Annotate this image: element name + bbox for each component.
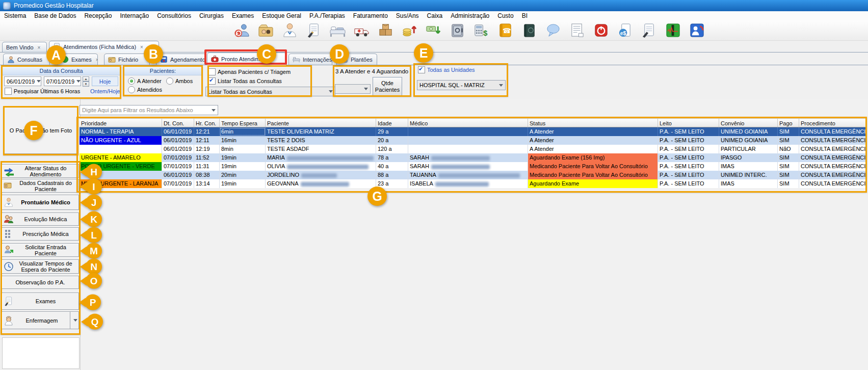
- count-dropdown[interactable]: [335, 84, 371, 94]
- date-to-input[interactable]: 07/01/2019: [44, 76, 81, 86]
- close-tab-icon[interactable]: ×: [140, 44, 143, 50]
- date-spinner[interactable]: ▲▼: [83, 76, 89, 86]
- column-header-prioridade[interactable]: Prioridade: [80, 118, 162, 127]
- menu-item-consult-rios[interactable]: Consultórios: [153, 12, 195, 19]
- table-row[interactable]: 06/01/201912:198minTESTE ASDADF120 aA At…: [80, 145, 866, 153]
- e-invoice-icon[interactable]: e$: [617, 22, 634, 39]
- revenue-up-icon[interactable]: [401, 22, 418, 39]
- close-tab-icon[interactable]: ×: [377, 57, 377, 63]
- ambulance-icon[interactable]: [353, 22, 370, 39]
- yesterday-today-link[interactable]: Ontem/Hoje: [90, 88, 120, 94]
- phone-directory-icon[interactable]: ☎: [497, 22, 514, 39]
- column-header-m-dico[interactable]: Médico: [408, 118, 528, 127]
- column-header-paciente[interactable]: Paciente: [266, 118, 376, 127]
- column-header-conv-nio[interactable]: Convênio: [719, 118, 778, 127]
- table-row[interactable]: 06/01/201908:3820minJORDELINO88 aTAUANNA…: [80, 171, 866, 179]
- sidebar-button-alterar-status-do-atendimento[interactable]: Alterar Status do Atendimento: [2, 164, 79, 178]
- tab-bem-vindo[interactable]: Bem Vindo×: [2, 42, 47, 52]
- menu-item-administra-o[interactable]: Administração: [446, 12, 493, 19]
- checkbox-box[interactable]: [208, 68, 216, 75]
- close-tab-icon[interactable]: ×: [38, 45, 41, 50]
- checkbox-box[interactable]: [418, 66, 425, 73]
- prescription-icon[interactable]: [641, 22, 657, 39]
- sidebar-button-dados-cadastrais-do-paciente[interactable]: Dados Cadastrais do Paciente: [2, 179, 79, 193]
- report-icon[interactable]: [569, 22, 586, 39]
- expense-down-icon[interactable]: [425, 22, 442, 39]
- qty-patients-button[interactable]: Qtde Pacientes: [373, 77, 402, 96]
- table-row[interactable]: NORMAL - TERAPIA06/01/201912:216minTESTE…: [80, 127, 866, 136]
- doctor-icon[interactable]: [281, 22, 298, 39]
- call-patient-icon[interactable]: [689, 22, 705, 39]
- radio-dot[interactable]: [128, 77, 135, 85]
- refresh-patient-icon[interactable]: [233, 22, 250, 39]
- billing-calculator-icon[interactable]: $: [473, 22, 490, 39]
- menu-item-exames[interactable]: Exames: [228, 12, 258, 19]
- menu-item-cirurgias[interactable]: Cirurgias: [195, 12, 228, 19]
- power-icon[interactable]: [593, 22, 610, 39]
- today-button[interactable]: Hoje: [92, 76, 118, 86]
- spinner-down-icon[interactable]: ▼: [83, 82, 89, 87]
- spinner-up-icon[interactable]: ▲: [83, 76, 89, 82]
- column-header-procedimento[interactable]: Procedimento: [799, 118, 866, 127]
- sidebar-button-visualizar-tempos-de-espera-do-paciente[interactable]: Visualizar Tempos de Espera do Paciente: [2, 259, 79, 274]
- search-last-6h-checkbox[interactable]: Pesquisar Últimas 6 Horas: [5, 88, 80, 95]
- sidebar-button-enfermagem[interactable]: Enfermagem: [2, 311, 79, 329]
- patients-folder-icon[interactable]: [257, 22, 274, 39]
- radio-a-atender[interactable]: A Atender: [128, 77, 162, 85]
- menu-item-bi[interactable]: BI: [518, 12, 532, 19]
- list-all-consultations-checkbox[interactable]: Listar Todas as Consultas: [208, 77, 282, 85]
- sidebar-button-prontu-rio-m-dico[interactable]: Prontuário Médico: [2, 195, 79, 210]
- sidebar-button-solicitar-entrada-paciente[interactable]: Solicitar Entrada Paciente: [2, 243, 79, 257]
- subtab-fich-rio[interactable]: Fichário: [104, 54, 150, 65]
- split-dropdown-button[interactable]: [70, 312, 78, 329]
- ledger-book-icon[interactable]: [521, 22, 538, 39]
- column-header-leito[interactable]: Leito: [658, 118, 719, 127]
- radio-dot[interactable]: [166, 77, 173, 85]
- sidebar-button-evolu-o-m-dica[interactable]: Evolução Médica: [2, 213, 79, 226]
- menu-item-base-de-dados[interactable]: Base de Dados: [30, 12, 80, 19]
- sidebar-button-exames[interactable]: Exames: [2, 293, 79, 310]
- menu-item-interna-o[interactable]: Internação: [116, 12, 153, 19]
- date-from-input[interactable]: 06/01/2019: [4, 76, 41, 86]
- radio-ambos[interactable]: Ambos: [166, 77, 193, 85]
- chat-icon[interactable]: [545, 22, 562, 39]
- vitals-monitor-icon[interactable]: [665, 22, 681, 39]
- column-header-status[interactable]: Status: [528, 118, 658, 127]
- medical-record-icon[interactable]: [305, 22, 322, 39]
- subtab-agendamento[interactable]: Agendamento×: [156, 54, 206, 65]
- menu-item-recep-o[interactable]: Recepção: [80, 12, 116, 19]
- table-row[interactable]: URGENTE - AMARELO07/01/201911:5219minMAR…: [80, 153, 866, 162]
- safe-icon[interactable]: [449, 22, 466, 39]
- column-header-hr-con-[interactable]: Hr. Con.: [194, 118, 220, 127]
- triage-only-checkbox[interactable]: Apenas Pacientes c/ Triagem: [208, 68, 291, 75]
- radio-atendidos[interactable]: Atendidos: [128, 86, 162, 93]
- list-all-dropdown[interactable]: Listar Todas as Consultas: [205, 87, 335, 96]
- column-header-pago[interactable]: Pago: [778, 118, 799, 127]
- unit-dropdown[interactable]: HOSPITAL SQL - MATRIZ: [417, 80, 506, 90]
- all-units-checkbox[interactable]: Todas as Unidades: [418, 66, 475, 73]
- column-header-dt-con-[interactable]: Dt. Con.: [162, 118, 194, 127]
- radio-dot[interactable]: [128, 86, 135, 93]
- stock-boxes-icon[interactable]: [377, 22, 394, 39]
- menu-item-sistema[interactable]: Sistema: [0, 12, 30, 19]
- hospital-bed-icon[interactable]: [329, 22, 346, 39]
- menu-item-estoque-geral[interactable]: Estoque Geral: [258, 12, 305, 19]
- menu-item-faturamento[interactable]: Faturamento: [349, 12, 392, 19]
- table-row[interactable]: MUITO URGENTE - LARANJA07/01/201913:1419…: [80, 179, 866, 188]
- menu-item-sus-ans[interactable]: Sus/Ans: [392, 12, 423, 19]
- sidebar-button-prescri-o-m-dica[interactable]: Prescrição Médica: [2, 227, 79, 241]
- menu-item-custo[interactable]: Custo: [493, 12, 517, 19]
- column-header-tempo-espera[interactable]: Tempo Espera: [220, 118, 266, 127]
- column-header-idade[interactable]: Idade: [376, 118, 408, 127]
- close-tab-icon[interactable]: ×: [96, 57, 98, 63]
- subtab-consultas[interactable]: Consultas: [3, 54, 50, 65]
- subtab-interna-es[interactable]: Internações×: [288, 54, 332, 65]
- menu-item-p-a-terapias[interactable]: P.A./Terapias: [305, 12, 349, 19]
- checkbox-box[interactable]: [5, 88, 12, 95]
- table-row[interactable]: NÃO URGENTE - AZUL06/01/201912:1116minTE…: [80, 136, 866, 145]
- menu-item-caixa[interactable]: Caixa: [423, 12, 447, 19]
- table-row[interactable]: POUCO URGENTE - VERDE07/01/201911:3119mi…: [80, 162, 866, 171]
- sidebar-button-observa-o-do-p-a-[interactable]: Observação do P.A.: [2, 276, 79, 289]
- grid-filter-input[interactable]: Digite Aqui para Filtrar os Resultados A…: [80, 105, 218, 115]
- tab-atendimentos-ficha-m-dica-[interactable]: Atendimentos (Ficha Médica)×: [49, 41, 159, 52]
